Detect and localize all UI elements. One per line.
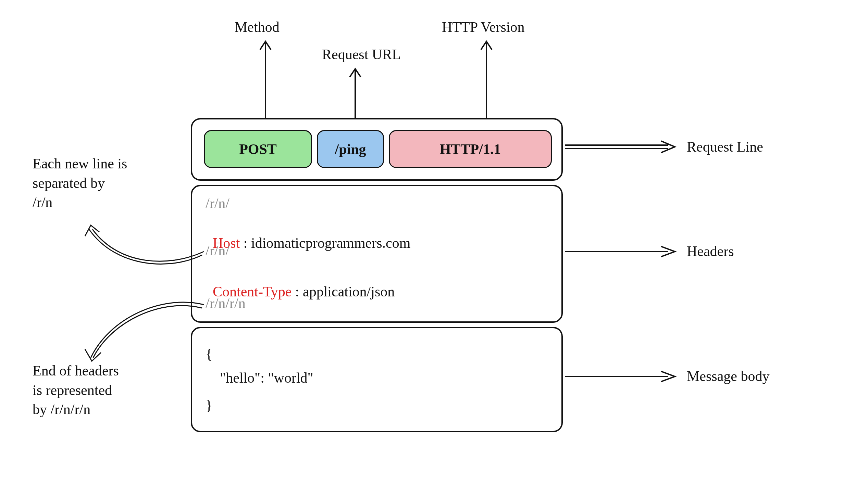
crlf-2: /r/n/ [206,242,230,259]
host-value: : idiomaticprogrammers.com [240,235,410,251]
headers-box [191,185,563,323]
label-method: Method [235,19,280,35]
body-line: "hello": "world" [206,370,313,386]
crlf-1: /r/n/ [206,195,230,212]
arrow-note-newline [69,216,206,270]
url-pill: /ping [317,130,384,168]
note-end-headers: End of headers is represented by /r/n/r/… [33,361,119,419]
ctype-value: : application/json [292,284,395,299]
arrow-body [565,371,678,382]
version-pill: HTTP/1.1 [389,130,552,168]
label-http-version: HTTP Version [442,19,525,35]
header-host: Host : idiomaticprogrammers.com [206,218,410,251]
arrow-request-line [565,140,678,154]
label-request-url: Request URL [322,46,401,63]
note-newline: Each new line is separated by /r/n [33,154,127,212]
body-open: { [206,346,212,362]
label-headers: Headers [687,243,734,259]
arrow-note-end-headers [72,298,206,363]
label-request-line: Request Line [687,139,763,155]
arrow-headers [565,246,678,257]
label-message-body: Message body [687,368,769,384]
method-pill: POST [204,130,312,168]
body-close: } [206,397,212,413]
crlf-double: /r/n/r/n [206,295,246,311]
